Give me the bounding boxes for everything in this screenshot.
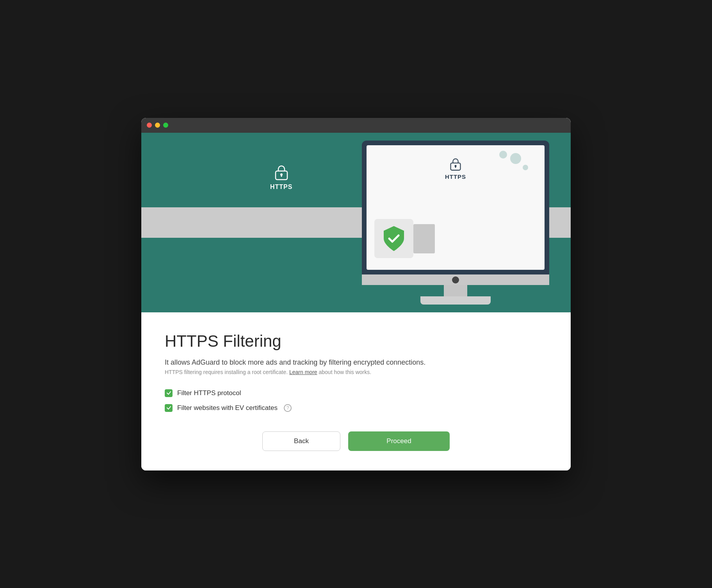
close-button[interactable] <box>147 123 152 128</box>
hero-section: HTTPS <box>141 133 571 312</box>
monitor-container: HTTPS <box>360 141 551 305</box>
shield-funnel-group <box>374 219 435 258</box>
monitor-https-text: HTTPS <box>445 173 466 180</box>
https-label-left: HTTPS <box>270 164 292 191</box>
monitor-power-dot <box>452 276 459 283</box>
monitor-screen: HTTPS <box>367 145 545 270</box>
monitor-https: HTTPS <box>445 157 466 180</box>
deco-circle-small <box>523 165 528 170</box>
description-main: It allows AdGuard to block more ads and … <box>165 358 547 367</box>
monitor-foot <box>420 296 491 305</box>
deco-circle-large <box>510 153 521 164</box>
lock-icon-monitor <box>450 157 461 171</box>
minimize-button[interactable] <box>155 123 160 128</box>
page-title: HTTPS Filtering <box>165 332 547 351</box>
lock-icon-left <box>274 164 288 180</box>
monitor-body: HTTPS <box>362 141 549 275</box>
checkbox-https[interactable] <box>165 389 173 397</box>
checkbox-row-https: Filter HTTPS protocol <box>165 389 547 397</box>
title-bar <box>141 118 571 133</box>
svg-rect-2 <box>281 175 282 177</box>
content-section: HTTPS Filtering It allows AdGuard to blo… <box>141 312 571 470</box>
https-label-left-text: HTTPS <box>270 184 292 191</box>
button-row: Back Proceed <box>165 431 547 451</box>
app-window: HTTPS <box>141 118 571 470</box>
checkbox-ev-label: Filter websites with EV certificates <box>177 404 278 412</box>
checkbox-row-ev: Filter websites with EV certificates ? <box>165 404 547 412</box>
learn-more-link[interactable]: Learn more <box>289 369 317 375</box>
monitor-neck <box>444 285 467 296</box>
deco-circle-medium <box>499 151 507 159</box>
funnel-shape <box>413 224 435 253</box>
back-button[interactable]: Back <box>262 431 340 451</box>
checkbox-https-label: Filter HTTPS protocol <box>177 389 241 397</box>
help-icon-ev[interactable]: ? <box>284 404 292 412</box>
maximize-button[interactable] <box>163 123 168 128</box>
shield-icon <box>381 225 406 253</box>
svg-rect-5 <box>455 166 456 168</box>
monitor-bottom-bar <box>362 274 549 285</box>
checkbox-ev[interactable] <box>165 404 173 412</box>
shield-box <box>374 219 413 258</box>
description-sub: HTTPS filtering requires installing a ro… <box>165 369 547 375</box>
proceed-button[interactable]: Proceed <box>348 431 450 451</box>
